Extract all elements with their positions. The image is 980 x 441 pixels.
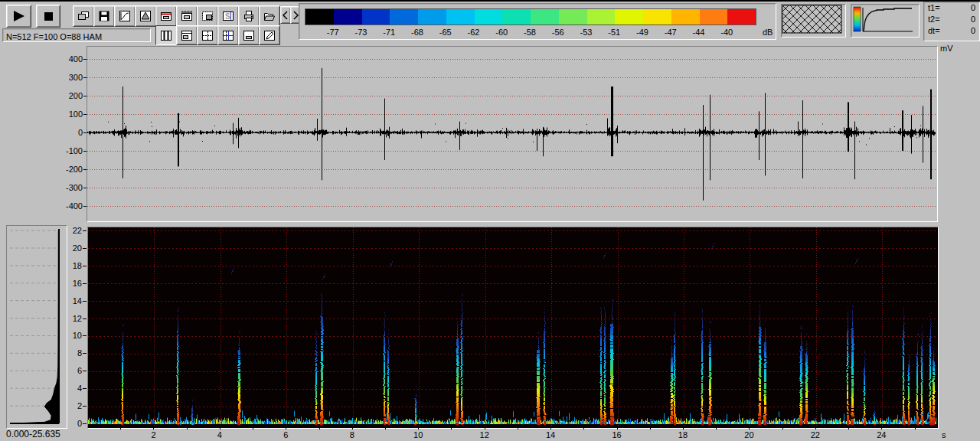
play-button[interactable] <box>6 5 31 28</box>
tick-label: 12 <box>36 315 82 323</box>
tick-label: 0 <box>37 129 83 137</box>
layout-quad-icon <box>201 30 214 41</box>
axis-tick <box>83 230 87 231</box>
colorbar-segment <box>587 9 616 24</box>
print-icon <box>243 10 255 22</box>
tick-label: 18 <box>36 262 82 270</box>
colorbar-segment <box>390 9 418 24</box>
layout-quad-button[interactable] <box>197 25 218 45</box>
selection-shade-button[interactable] <box>197 5 218 27</box>
tick-label: 2 <box>151 431 155 439</box>
param-t1-value: 0 <box>971 2 975 14</box>
spectrogram-plot[interactable] <box>88 227 936 426</box>
layout-columns-button[interactable] <box>155 25 177 45</box>
app-window: S N=512 F=100 O=88 HAM <box>0 0 980 441</box>
param-row-t1: t1= 0 <box>924 2 979 14</box>
print-button[interactable] <box>238 5 260 27</box>
colorbar-segment <box>671 9 700 24</box>
axis-tick <box>120 427 121 430</box>
colorbar-tick-label: -68 <box>411 28 423 37</box>
window-function-button[interactable] <box>135 5 156 27</box>
tick-label: 18 <box>678 431 688 439</box>
axis-tick <box>418 427 419 430</box>
tick-label: -400 <box>37 202 83 211</box>
edit-layout-button[interactable] <box>259 25 280 45</box>
tick-label: 22 <box>811 431 820 439</box>
layout-topstrip-button[interactable] <box>176 25 198 45</box>
layout-topstrip-icon <box>181 30 193 41</box>
axis-tick <box>749 427 750 430</box>
axis-tick <box>583 427 584 430</box>
axis-tick <box>550 427 551 430</box>
window-function-icon <box>139 10 152 22</box>
ruler-window-button[interactable] <box>176 5 198 27</box>
transfer-curve-button[interactable] <box>114 5 136 27</box>
axis-tick <box>319 427 320 430</box>
open-file-button[interactable] <box>259 5 280 27</box>
layout-quad-marked-button[interactable] <box>217 25 239 45</box>
tick-label: 8 <box>36 349 82 358</box>
colorbar-tick-label: -60 <box>495 28 508 37</box>
layout-columns-icon <box>160 30 172 41</box>
hatch-pattern-panel[interactable] <box>781 4 846 38</box>
layout-innerbox-button[interactable] <box>238 25 260 45</box>
waveform-unit-label: mV <box>940 44 953 53</box>
svg-text:S: S <box>225 12 230 21</box>
param-t2-label: t2= <box>928 14 940 25</box>
stop-icon <box>44 12 53 21</box>
intensity-curve-icon <box>851 5 916 34</box>
colorbar-segment <box>727 9 756 24</box>
copy-window-icon <box>77 10 90 22</box>
axis-tick <box>153 427 154 430</box>
next-arrow-icon <box>292 11 299 20</box>
waveform-window-icon <box>160 10 172 22</box>
axis-tick <box>716 427 717 430</box>
tick-label: -100 <box>37 147 83 155</box>
colorbar-tick-label: -58 <box>524 28 536 37</box>
axis-tick <box>848 427 849 430</box>
colorbar-tick-label: -49 <box>636 28 648 37</box>
axis-tick <box>83 406 87 407</box>
copy-window-button[interactable] <box>73 5 94 27</box>
status-box: N=512 F=100 O=88 HAM <box>2 28 151 42</box>
tick-label: 2 <box>36 402 82 410</box>
axis-tick <box>617 427 618 430</box>
axis-tick <box>782 427 783 430</box>
colorbar-segment <box>446 9 475 24</box>
axis-tick <box>683 427 684 430</box>
tick-label: 12 <box>480 431 489 439</box>
colorbar-tick-label: -44 <box>693 28 705 37</box>
axis-tick <box>881 427 882 430</box>
colorbar-tick-label: -56 <box>552 28 564 37</box>
colorbar-segment <box>334 9 362 24</box>
layout-quad-marked-icon <box>222 30 234 41</box>
intensity-curve-panel[interactable] <box>851 4 920 38</box>
param-row-dt: dt= 0 <box>924 25 979 37</box>
param-t1-label: t1= <box>928 2 940 14</box>
prev-button[interactable] <box>280 6 291 24</box>
open-folder-icon <box>263 10 276 22</box>
spectrum-window-button[interactable]: S <box>217 5 239 27</box>
colorbar-tick-label: -71 <box>383 28 395 37</box>
selection-shade-icon <box>201 10 214 22</box>
colorbar-strip <box>305 8 756 25</box>
waveform-plot[interactable] <box>87 47 936 220</box>
axis-tick <box>83 283 87 284</box>
stop-button[interactable] <box>36 5 60 28</box>
tick-label: 100 <box>37 110 83 119</box>
axis-tick <box>815 427 816 430</box>
tick-label: 16 <box>612 431 621 439</box>
avg-spectrum-plot[interactable] <box>7 226 65 426</box>
axis-tick <box>518 427 518 430</box>
axis-tick <box>451 427 452 430</box>
window-top-border <box>0 0 980 2</box>
colorbar-tick-label: -65 <box>439 28 452 37</box>
axis-tick <box>286 427 286 430</box>
save-button[interactable] <box>93 5 115 27</box>
transfer-curve-icon <box>119 10 131 22</box>
waveform-window-button[interactable] <box>155 5 177 27</box>
colorbar-segment <box>475 9 503 24</box>
colorbar-segment <box>643 9 671 24</box>
tick-label: 10 <box>36 332 82 340</box>
tick-label: 6 <box>36 367 82 375</box>
